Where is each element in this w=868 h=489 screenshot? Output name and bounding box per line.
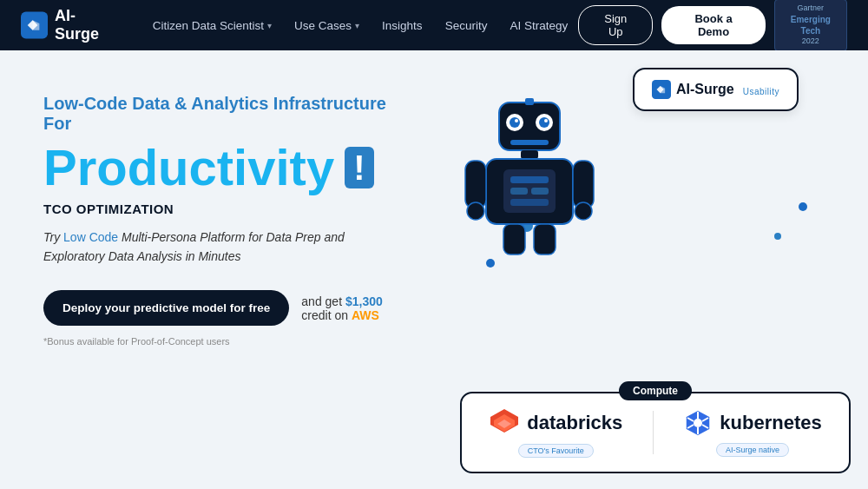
compute-logos: databricks CTO's Favourite [483,407,828,458]
databricks-icon [489,407,520,439]
robot-illustration [460,98,599,262]
kubernetes-item: kubernetes AI-Surge native [683,408,821,457]
hero-footnote: *Bonus available for Proof-of-Concept us… [43,336,399,347]
aws-label: AWS [352,308,379,322]
hero-tagline: Low-Code Data & Analytics Infrastructure… [43,94,399,134]
ai-surge-usability-badge: AI-Surge Usability [633,68,799,111]
svg-point-21 [575,202,592,220]
svg-rect-22 [503,224,525,254]
compute-divider [653,411,654,454]
svg-rect-17 [510,199,549,206]
nav-insights[interactable]: Insights [372,12,433,39]
logo-icon [21,11,48,39]
databricks-item: databricks CTO's Favourite [489,407,622,458]
chevron-down-icon: ▾ [267,21,272,30]
signup-button[interactable]: Sign Up [578,5,653,45]
hero-section: Low-Code Data & Analytics Infrastructure… [0,50,868,489]
badge-sub-container: Usability [743,83,779,96]
svg-point-29 [694,419,702,427]
logo[interactable]: AI-Surge [21,7,118,43]
deploy-button[interactable]: Deploy your predictive model for free [43,290,289,326]
svg-rect-11 [521,150,538,159]
nav-links: Citizen Data Scientist ▾ Use Cases ▾ Ins… [142,12,578,39]
credit-amount: $1,300 [345,294,383,308]
kubernetes-logo-row: kubernetes [683,408,821,438]
hero-subheading: TCO OPTIMIZATION [43,202,399,216]
gartner-badge: Gartner Emerging Tech 2022 [774,0,847,51]
navbar: AI-Surge Citizen Data Scientist ▾ Use Ca… [0,0,868,50]
dot-3 [799,202,807,211]
nav-citizen-data-scientist[interactable]: Citizen Data Scientist ▾ [142,12,282,39]
svg-rect-10 [510,140,549,145]
hero-title-text: Productivity [43,142,334,193]
compute-label: Compute [619,381,692,400]
low-code-link[interactable]: Low Code [63,230,118,244]
nav-ai-strategy[interactable]: AI Strategy [499,12,578,39]
svg-rect-16 [531,188,549,195]
badge-name: AI-Surge [676,82,734,97]
badge-logo: AI-Surge [652,80,734,99]
demo-button[interactable]: Book a Demo [661,6,765,44]
databricks-badge: CTO's Favourite [518,444,594,458]
svg-point-6 [510,117,520,128]
nav-security[interactable]: Security [435,12,498,39]
hero-right: AI-Surge Usability [434,50,868,489]
svg-point-9 [544,119,548,122]
svg-rect-18 [465,161,486,208]
nav-use-cases[interactable]: Use Cases ▾ [284,12,370,39]
nav-actions: Sign Up Book a Demo Gartner Emerging Tec… [578,0,847,51]
svg-rect-15 [510,188,528,195]
hero-body: Try Low Code Multi-Persona Platform for … [43,228,399,266]
svg-point-7 [539,117,549,128]
svg-rect-20 [573,161,594,208]
svg-rect-23 [534,224,556,254]
kubernetes-name: kubernetes [720,412,821,434]
svg-point-8 [515,119,518,122]
hero-title: Productivity ! [43,142,399,193]
svg-point-19 [467,202,484,220]
hero-left: Low-Code Data & Analytics Infrastructure… [0,50,434,489]
databricks-name: databricks [527,412,622,434]
hero-exclamation: ! [345,147,373,188]
badge-logo-icon [652,80,671,99]
kubernetes-badge: AI-Surge native [716,443,789,457]
kubernetes-icon [683,408,713,438]
hero-cta-row: Deploy your predictive model for free an… [43,290,399,326]
robot-svg [460,98,599,259]
svg-rect-3 [525,98,534,105]
compute-box: Compute databricks CTO's Favourite [460,392,851,473]
dot-4 [774,233,781,240]
badge-subtitle: Usability [743,87,779,96]
chevron-down-icon: ▾ [355,21,359,30]
svg-rect-14 [510,176,549,183]
logo-text: AI-Surge [55,7,118,43]
cta-credit-text: and get $1,300 credit on AWS [301,294,399,322]
databricks-logo-row: databricks [489,407,622,439]
